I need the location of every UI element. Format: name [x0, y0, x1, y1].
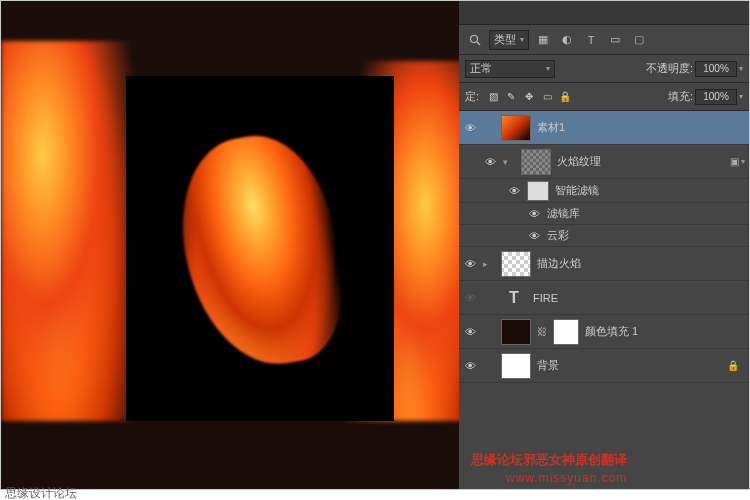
- chevron-down-icon[interactable]: ▾: [739, 92, 743, 101]
- layers-list: 👁 素材1 👁 ▾ 火焰纹理 ▣ ▾ 👁 智能滤镜 👁 滤镜库 👁 云彩 👁: [459, 111, 749, 383]
- lock-brush-icon[interactable]: ✎: [503, 89, 519, 105]
- layer-name[interactable]: 滤镜库: [547, 206, 745, 221]
- filter-shape-icon[interactable]: ▭: [605, 30, 625, 50]
- chevron-down-icon: ▾: [546, 64, 550, 73]
- layer-filter-toolbar: 类型 ▾ ▦ ◐ T ▭ ▢: [459, 25, 749, 55]
- layer-row[interactable]: 👁 ▾ 火焰纹理 ▣ ▾: [459, 145, 749, 179]
- blend-mode-value: 正常: [470, 61, 492, 76]
- blend-row: 正常 ▾ 不透明度: 100% ▾: [459, 55, 749, 83]
- layer-row[interactable]: 👁 ▸ 描边火焰: [459, 247, 749, 281]
- type-layer-icon: T: [501, 285, 527, 311]
- layer-name[interactable]: 火焰纹理: [557, 154, 724, 169]
- opacity-label: 不透明度:: [646, 61, 693, 76]
- filter-pixel-icon[interactable]: ▦: [533, 30, 553, 50]
- layer-name[interactable]: 云彩: [547, 228, 745, 243]
- visibility-toggle[interactable]: 👁: [483, 155, 497, 169]
- fire-effect-left: [1, 41, 141, 421]
- expand-toggle[interactable]: ▾: [503, 157, 515, 167]
- visibility-toggle[interactable]: 👁: [463, 291, 477, 305]
- chevron-down-icon: ▾: [520, 35, 524, 44]
- layer-name[interactable]: 智能滤镜: [555, 183, 745, 198]
- footer-text: 思缘设计论坛: [5, 485, 77, 500]
- expand-toggle[interactable]: ▸: [483, 259, 495, 269]
- filter-kind-label: 类型: [494, 32, 516, 47]
- layer-thumbnail[interactable]: [501, 353, 531, 379]
- layer-thumbnail[interactable]: [501, 251, 531, 277]
- svg-line-1: [477, 42, 480, 45]
- layer-row[interactable]: 👁 背景 🔒: [459, 349, 749, 383]
- visibility-toggle[interactable]: 👁: [463, 325, 477, 339]
- opacity-control: 不透明度: 100% ▾: [646, 61, 743, 77]
- smart-filter-thumbnail[interactable]: [527, 181, 549, 201]
- watermark-url: www.missyuan.com: [506, 471, 627, 485]
- watermark-text: 思缘论坛邪恶女神原创翻译: [471, 451, 627, 469]
- mask-thumbnail[interactable]: [553, 319, 579, 345]
- fire-effect-center: [167, 125, 355, 378]
- visibility-toggle[interactable]: 👁: [463, 359, 477, 373]
- fill-control: 填充: 100% ▾: [668, 89, 743, 105]
- mask-link-icon[interactable]: ⛓: [537, 326, 547, 337]
- lock-transparent-icon[interactable]: ▨: [485, 89, 501, 105]
- layer-name[interactable]: 背景: [537, 358, 721, 373]
- layer-row[interactable]: 👁 云彩: [459, 225, 749, 247]
- lock-position-icon[interactable]: ✥: [521, 89, 537, 105]
- search-icon[interactable]: [465, 30, 485, 50]
- layer-name[interactable]: 颜色填充 1: [585, 324, 745, 339]
- lock-artboard-icon[interactable]: ▭: [539, 89, 555, 105]
- layer-row[interactable]: 👁 ⛓ 颜色填充 1: [459, 315, 749, 349]
- lock-label: 定:: [465, 89, 479, 104]
- blend-mode-dropdown[interactable]: 正常 ▾: [465, 60, 555, 78]
- lock-row: 定: ▨ ✎ ✥ ▭ 🔒 填充: 100% ▾: [459, 83, 749, 111]
- visibility-toggle[interactable]: 👁: [527, 207, 541, 221]
- layer-row[interactable]: 👁 智能滤镜: [459, 179, 749, 203]
- canvas-area[interactable]: [1, 1, 461, 489]
- visibility-toggle[interactable]: 👁: [463, 121, 477, 135]
- filter-smart-icon[interactable]: ▢: [629, 30, 649, 50]
- layers-panel: 类型 ▾ ▦ ◐ T ▭ ▢ 正常 ▾ 不透明度: 100% ▾ 定: ▨ ✎ …: [459, 1, 749, 489]
- layer-name[interactable]: FIRE: [533, 292, 745, 304]
- smart-filter-badge[interactable]: ▣ ▾: [730, 156, 745, 167]
- layer-row[interactable]: 👁 素材1: [459, 111, 749, 145]
- lock-icons: ▨ ✎ ✥ ▭ 🔒: [485, 89, 573, 105]
- filter-adjustment-icon[interactable]: ◐: [557, 30, 577, 50]
- layer-thumbnail[interactable]: [501, 115, 531, 141]
- layer-name[interactable]: 描边火焰: [537, 256, 745, 271]
- lock-icon: 🔒: [727, 360, 739, 371]
- layer-thumbnail[interactable]: [521, 149, 551, 175]
- layer-row[interactable]: 👁 T FIRE: [459, 281, 749, 315]
- inner-canvas: [126, 76, 394, 421]
- visibility-toggle[interactable]: 👁: [507, 184, 521, 198]
- fill-label: 填充:: [668, 89, 693, 104]
- visibility-toggle[interactable]: 👁: [527, 229, 541, 243]
- filter-type-icon[interactable]: T: [581, 30, 601, 50]
- opacity-input[interactable]: 100%: [695, 61, 737, 77]
- lock-all-icon[interactable]: 🔒: [557, 89, 573, 105]
- layer-thumbnail[interactable]: [501, 319, 531, 345]
- fill-input[interactable]: 100%: [695, 89, 737, 105]
- panel-tabs: [459, 1, 749, 25]
- chevron-down-icon[interactable]: ▾: [739, 64, 743, 73]
- filter-kind-dropdown[interactable]: 类型 ▾: [489, 30, 529, 50]
- visibility-toggle[interactable]: 👁: [463, 257, 477, 271]
- svg-point-0: [471, 35, 478, 42]
- layer-name[interactable]: 素材1: [537, 120, 745, 135]
- layer-row[interactable]: 👁 滤镜库: [459, 203, 749, 225]
